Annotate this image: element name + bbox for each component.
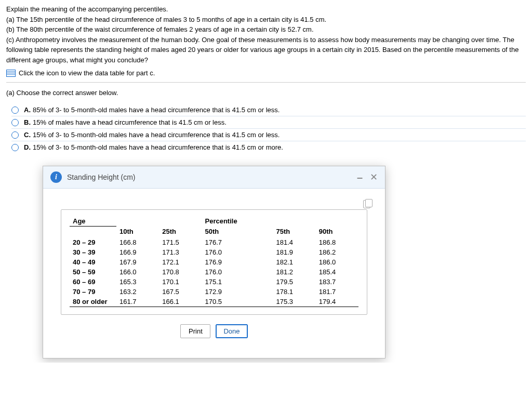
- value-cell: 172.9: [202, 287, 273, 297]
- value-cell: 171.3: [159, 247, 202, 257]
- age-cell: 30 – 39: [70, 247, 116, 257]
- age-cell: 60 – 69: [70, 277, 116, 287]
- value-cell: 166.1: [159, 297, 202, 307]
- col-50th: 50th: [202, 227, 273, 236]
- data-table: Age Percentile 10th 25th 50th 75th 90th: [70, 216, 358, 307]
- value-cell: 165.3: [116, 277, 159, 287]
- table-body: 20 – 29166.8171.5176.7181.4186.830 – 391…: [70, 236, 358, 307]
- choice-d-label: D.15% of 3- to 5-month-old males have a …: [24, 143, 283, 151]
- value-cell: 181.2: [273, 267, 315, 277]
- value-cell: 166.0: [116, 267, 159, 277]
- value-cell: 175.3: [273, 297, 315, 307]
- choice-c-label: C.15% of 3- to 5-month-old males have a …: [24, 131, 280, 139]
- click-hint-text: Click the icon to view the data table fo…: [19, 69, 155, 77]
- data-table-container: Age Percentile 10th 25th 50th 75th 90th: [61, 209, 367, 315]
- close-icon[interactable]: ✕: [370, 172, 378, 182]
- choice-a-row[interactable]: A.85% of 3- to 5-month-old males have a …: [11, 104, 526, 116]
- minimize-icon[interactable]: –: [357, 172, 363, 182]
- table-row: 40 – 49167.9172.1176.9182.1186.0: [70, 257, 358, 267]
- value-cell: 163.2: [116, 287, 159, 297]
- table-row: 60 – 69165.3170.1175.1179.5183.7: [70, 277, 358, 287]
- question-intro: Explain the meaning of the accompanying …: [6, 4, 526, 65]
- value-cell: 179.4: [316, 297, 358, 307]
- value-cell: 170.1: [159, 277, 202, 287]
- radio-b[interactable]: [11, 119, 19, 126]
- value-cell: 176.0: [202, 247, 273, 257]
- intro-b: (b) The 80th percentile of the waist cir…: [6, 24, 526, 35]
- value-cell: 179.5: [273, 277, 315, 287]
- value-cell: 182.1: [273, 257, 315, 267]
- value-cell: 166.8: [116, 236, 159, 247]
- modal-body: Age Percentile 10th 25th 50th 75th 90th: [43, 189, 385, 358]
- col-10th: 10th: [116, 227, 159, 236]
- value-cell: 170.5: [202, 297, 273, 307]
- value-cell: 175.1: [202, 277, 273, 287]
- age-cell: 40 – 49: [70, 257, 116, 267]
- value-cell: 161.7: [116, 297, 159, 307]
- value-cell: 186.0: [316, 257, 358, 267]
- data-table-modal: i Standing Height (cm) – ✕ Age Percentil…: [43, 166, 385, 358]
- choice-d-row[interactable]: D.15% of 3- to 5-month-old males have a …: [11, 141, 526, 153]
- copy-icon[interactable]: [363, 200, 370, 208]
- choice-list: A.85% of 3- to 5-month-old males have a …: [11, 104, 526, 153]
- value-cell: 181.7: [316, 287, 358, 297]
- sub-a-prompt: (a) Choose the correct answer below.: [6, 89, 526, 97]
- value-cell: 176.9: [202, 257, 273, 267]
- age-cell: 50 – 59: [70, 267, 116, 277]
- click-hint-row: Click the icon to view the data table fo…: [6, 69, 526, 77]
- value-cell: 181.4: [273, 236, 315, 247]
- radio-d[interactable]: [11, 144, 19, 151]
- value-cell: 186.2: [316, 247, 358, 257]
- intro-prompt: Explain the meaning of the accompanying …: [6, 4, 526, 15]
- table-row: 80 or older161.7166.1170.5175.3179.4: [70, 297, 358, 307]
- age-cell: 70 – 79: [70, 287, 116, 297]
- value-cell: 176.7: [202, 236, 273, 247]
- col-90th: 90th: [316, 227, 358, 236]
- value-cell: 186.8: [316, 236, 358, 247]
- table-row: 50 – 59166.0170.8176.0181.2185.4: [70, 267, 358, 277]
- choice-a-label: A.85% of 3- to 5-month-old males have a …: [24, 106, 280, 114]
- modal-header: i Standing Height (cm) – ✕: [43, 166, 385, 189]
- col-25th: 25th: [159, 227, 202, 236]
- choice-b-label: B.15% of males have a head circumference…: [24, 118, 227, 126]
- divider: [6, 82, 526, 83]
- modal-title: Standing Height (cm): [67, 173, 136, 181]
- value-cell: 185.4: [316, 267, 358, 277]
- modal-footer: Print Done: [61, 315, 367, 349]
- intro-a: (a) The 15th percentile of the head circ…: [6, 15, 526, 25]
- radio-a[interactable]: [11, 107, 19, 114]
- percentile-header: Percentile: [202, 216, 273, 227]
- choice-c-row[interactable]: C.15% of 3- to 5-month-old males have a …: [11, 129, 526, 141]
- value-cell: 183.7: [316, 277, 358, 287]
- table-row: 30 – 39166.9171.3176.0181.9186.2: [70, 247, 358, 257]
- value-cell: 170.8: [159, 267, 202, 277]
- col-75th: 75th: [273, 227, 315, 236]
- intro-c: (c) Anthropometry involves the measureme…: [6, 35, 526, 65]
- done-button[interactable]: Done: [216, 324, 247, 338]
- value-cell: 166.9: [116, 247, 159, 257]
- value-cell: 171.5: [159, 236, 202, 247]
- table-row: 70 – 79163.2167.5172.9178.1181.7: [70, 287, 358, 297]
- value-cell: 176.0: [202, 267, 273, 277]
- info-icon: i: [50, 171, 62, 183]
- print-button[interactable]: Print: [180, 324, 210, 338]
- age-header: Age: [70, 216, 116, 227]
- value-cell: 178.1: [273, 287, 315, 297]
- value-cell: 172.1: [159, 257, 202, 267]
- choice-b-row[interactable]: B.15% of males have a head circumference…: [11, 116, 526, 129]
- value-cell: 181.9: [273, 247, 315, 257]
- age-cell: 80 or older: [70, 297, 116, 307]
- age-cell: 20 – 29: [70, 236, 116, 247]
- data-table-icon[interactable]: [6, 70, 16, 77]
- table-row: 20 – 29166.8171.5176.7181.4186.8: [70, 236, 358, 247]
- value-cell: 167.9: [116, 257, 159, 267]
- radio-c[interactable]: [11, 131, 19, 139]
- value-cell: 167.5: [159, 287, 202, 297]
